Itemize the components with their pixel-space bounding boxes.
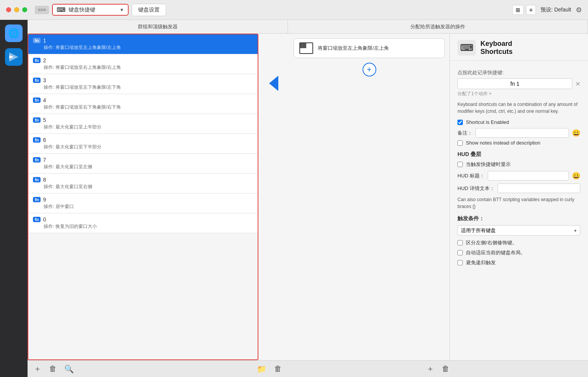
bottom-toolbar-mid: ＋ 🗑 xyxy=(288,360,588,377)
list-item-desc: 操作: 将窗口缩放至左上角象限/左上角 xyxy=(44,44,253,51)
list-item-title: fn 3 xyxy=(33,77,253,83)
toolbar-left: >>> ⌨ 键盘快捷键 ▼ 键盘设置 xyxy=(35,4,166,16)
fn-badge: fn xyxy=(33,98,41,103)
fn-badge: fn xyxy=(33,137,41,143)
list-item[interactable]: fn 0 操作: 恢复为旧的窗口大小 xyxy=(28,213,258,233)
main-container: 🌐 群组和顶级触发器 分配给所选触发器的操作 fn 1 操作: 将窗口缩放至左上… xyxy=(0,20,588,377)
list-item-title: fn 6 xyxy=(33,137,253,143)
hud-title-emoji-button[interactable]: 😀 xyxy=(572,172,580,180)
trigger-dropdown-row: 适用于所有键盘 仅适用于内置键盘 仅适用于外部键盘 xyxy=(457,225,580,236)
list-item[interactable]: fn 6 操作: 最大化窗口至下半部分 xyxy=(28,134,258,154)
hud-show-checkbox[interactable] xyxy=(457,162,463,167)
settings-body: 点按此处记录快捷键: ✕ 分配了1个动作 + Keyboard shortcut… xyxy=(450,61,588,274)
search-button[interactable]: 🔍 xyxy=(63,363,75,375)
fn-badge: fn xyxy=(33,38,41,43)
add-action-button[interactable]: + xyxy=(363,63,376,76)
preset-label: 预设: Default xyxy=(541,6,571,13)
trigger-type-dropdown[interactable]: ⌨ 键盘快捷键 ▼ xyxy=(52,4,129,16)
keyboard-settings-button[interactable]: 键盘设置 xyxy=(132,4,166,16)
list-view-button[interactable]: ≡ xyxy=(526,5,536,15)
shortcut-enabled-label[interactable]: Shortcut is Enabled xyxy=(466,119,509,125)
shortcuts-list-panel: fn 1 操作: 将窗口缩放至左上角象限/左上角 fn 2 操作: 将窗口缩放至… xyxy=(28,34,258,360)
add-action-bottom-button[interactable]: ＋ xyxy=(425,362,436,375)
action-item: 将窗口缩放至左上角象限/左上角 xyxy=(294,38,445,58)
list-item-title: fn 9 xyxy=(33,197,253,203)
traffic-lights xyxy=(6,7,27,12)
show-notes-checkbox[interactable] xyxy=(457,140,463,146)
trigger-keyboard-select[interactable]: 适用于所有键盘 仅适用于内置键盘 仅适用于外部键盘 xyxy=(457,225,580,236)
list-item-desc: 操作: 居中窗口 xyxy=(44,203,253,210)
trigger-section-title: 触发条件： xyxy=(457,215,580,222)
list-item-desc: 操作: 恢复为旧的窗口大小 xyxy=(44,223,253,230)
auto-adapt-checkbox[interactable] xyxy=(457,250,463,255)
list-item-desc: 操作: 最大化窗口至右侧 xyxy=(44,184,253,190)
avoid-recursive-checkbox[interactable] xyxy=(457,260,463,265)
three-col-layout: fn 1 操作: 将窗口缩放至左上角象限/左上角 fn 2 操作: 将窗口缩放至… xyxy=(28,34,588,360)
hud-title-input[interactable] xyxy=(488,171,569,180)
list-item[interactable]: fn 9 操作: 居中窗口 xyxy=(28,193,258,213)
shortcut-input[interactable] xyxy=(457,78,572,89)
settings-gear-button[interactable]: ⚙ xyxy=(576,6,582,14)
fn-badge: fn xyxy=(33,177,41,182)
distinguish-sides-checkbox[interactable] xyxy=(457,240,463,245)
fn-badge: fn xyxy=(33,78,41,83)
list-item-num: 3 xyxy=(43,77,46,83)
close-button[interactable] xyxy=(6,7,11,12)
list-item[interactable]: fn 2 操作: 将窗口缩放至右上角象限/右上角 xyxy=(28,54,258,74)
auto-adapt-label[interactable]: 自动适应当前的键盘布局。 xyxy=(466,249,526,256)
hud-detail-input[interactable] xyxy=(498,184,580,193)
delete-shortcut-button[interactable]: 🗑 xyxy=(47,363,58,375)
hud-detail-row: HUD 详情文本： xyxy=(457,184,580,193)
distinguish-sides-label[interactable]: 区分左侧/右侧修饰键。 xyxy=(466,239,517,246)
clear-shortcut-button[interactable]: ✕ xyxy=(575,80,580,88)
settings-title-line2: Shortcuts xyxy=(480,48,513,56)
hud-section-title: HUD 叠层 xyxy=(457,151,580,158)
list-item-title: fn 2 xyxy=(33,57,253,63)
arrow-connector xyxy=(258,34,289,360)
expand-button[interactable]: >>> xyxy=(35,6,49,14)
list-item[interactable]: fn 5 操作: 最大化窗口至上半部分 xyxy=(28,114,258,134)
avoid-recursive-label[interactable]: 避免递归触发 xyxy=(466,259,496,266)
sidebar-item-vscode[interactable] xyxy=(5,48,23,66)
list-item-desc: 操作: 最大化窗口至下半部分 xyxy=(44,144,253,150)
chevron-down-icon: ▼ xyxy=(119,7,124,13)
avoid-recursive-row: 避免递归触发 xyxy=(457,259,580,266)
record-shortcut-label: 点按此处记录快捷键: xyxy=(457,69,580,76)
export-button[interactable]: 🗑 xyxy=(273,363,283,375)
import-button[interactable]: 📁 xyxy=(255,363,268,375)
grid-view-button[interactable]: ⊞ xyxy=(512,5,524,15)
settings-title-line1: Keyboard xyxy=(480,40,513,48)
notes-emoji-button[interactable]: 😀 xyxy=(572,129,580,137)
list-item[interactable]: fn 1 操作: 将窗口缩放至左上角象限/左上角 xyxy=(28,34,258,54)
column-headers: 群组和顶级触发器 分配给所选触发器的操作 xyxy=(28,20,588,34)
hud-show-label[interactable]: 当触发快捷键时显示 xyxy=(466,161,511,168)
keyboard-shortcuts-icon: ⌨ xyxy=(457,40,476,55)
notes-input[interactable] xyxy=(475,128,569,138)
fn-badge: fn xyxy=(33,117,41,123)
view-toggle: ⊞ ≡ xyxy=(512,5,536,15)
mid-column-header: 分配给所选触发器的操作 xyxy=(288,20,588,33)
list-item[interactable]: fn 4 操作: 将窗口缩放至右下角象限/右下角 xyxy=(28,94,258,114)
minimize-button[interactable] xyxy=(14,7,19,12)
delete-action-bottom-button[interactable]: 🗑 xyxy=(440,363,451,375)
sidebar-item-globe[interactable]: 🌐 xyxy=(5,24,23,42)
fn-badge: fn xyxy=(33,217,41,222)
shortcut-enabled-checkbox[interactable] xyxy=(457,120,463,125)
list-item[interactable]: fn 3 操作: 将窗口缩放至左下角象限/左下角 xyxy=(28,74,258,94)
list-item[interactable]: fn 7 操作: 最大化窗口至左侧 xyxy=(28,154,258,174)
list-item[interactable]: fn 8 操作: 最大化窗口至右侧 xyxy=(28,174,258,193)
trigger-section: 触发条件： 适用于所有键盘 仅适用于内置键盘 仅适用于外部键盘 区分左侧/右侧修… xyxy=(457,215,580,266)
assigned-count-label: 分配了1个动作 + xyxy=(457,91,580,97)
show-notes-row: Show notes instead of description xyxy=(457,140,580,146)
show-notes-label[interactable]: Show notes instead of description xyxy=(466,140,540,146)
fn-badge: fn xyxy=(33,157,41,162)
list-item-num: 9 xyxy=(43,197,46,203)
add-shortcut-button[interactable]: ＋ xyxy=(32,362,43,375)
list-item-title: fn 1 xyxy=(33,37,253,44)
list-item-title: fn 7 xyxy=(33,157,253,163)
action-text: 将窗口缩放至左上角象限/左上角 xyxy=(318,45,389,52)
keyboard-icon: ⌨ xyxy=(57,6,65,13)
shortcut-description-text: Keyboard shortcuts can be a combination … xyxy=(457,101,580,115)
list-item-title: fn 4 xyxy=(33,97,253,103)
maximize-button[interactable] xyxy=(22,7,27,12)
